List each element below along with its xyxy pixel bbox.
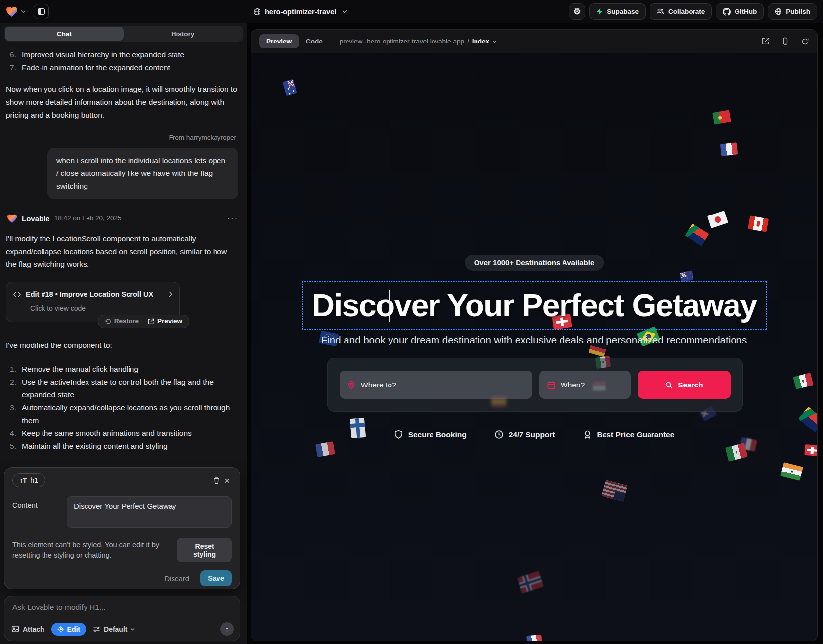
trash-icon	[213, 476, 220, 485]
chat-input-box[interactable]: Attach Edit Default ↑	[4, 596, 240, 641]
list-item: Use the activeIndex state to control bot…	[6, 376, 238, 401]
refresh-button[interactable]	[801, 38, 809, 45]
features-row: Secure Booking 24/7 Support Best Price G…	[251, 430, 817, 439]
chat-input-field[interactable]	[12, 603, 233, 612]
selected-element-outline[interactable]: Discover Your Perfect Getaway	[302, 281, 767, 330]
close-editor-button[interactable]: ×	[222, 474, 232, 487]
collaborate-button[interactable]: Collaborate	[650, 3, 712, 20]
tab-history[interactable]: History	[124, 27, 242, 41]
where-field[interactable]	[340, 371, 532, 399]
search-icon	[665, 381, 673, 389]
save-button[interactable]: Save	[200, 570, 232, 586]
flag-fr-icon	[720, 142, 738, 156]
assistant-name: Lovable	[22, 213, 50, 225]
element-tag-label: h1	[30, 476, 38, 484]
location-pin-icon	[347, 381, 356, 389]
attach-image-icon	[11, 625, 19, 633]
send-message-button[interactable]: ↑	[220, 622, 234, 636]
tab-code[interactable]: Code	[306, 38, 323, 45]
website-preview[interactable]: Over 1000+ Destinations Available Discov…	[251, 53, 817, 641]
assistant-paragraph: Now when you click on a location image, …	[6, 83, 238, 122]
sliders-icon	[93, 626, 100, 633]
github-button[interactable]: GitHub	[716, 3, 764, 20]
flag-mx-icon	[725, 443, 748, 462]
preview-toolbar: Preview Code preview--hero-optimizer-tra…	[251, 30, 817, 53]
assistant-list-changes: Remove the manual click handlingUse the …	[6, 363, 238, 453]
supabase-button[interactable]: Supabase	[589, 3, 646, 20]
restore-button[interactable]: Restore	[105, 316, 139, 327]
flag-mx-icon	[793, 373, 813, 389]
code-icon	[13, 291, 21, 298]
top-bar: hero-optimizer-travel ⚙ Supabase Collabo…	[0, 0, 823, 23]
list-item: Remove the manual click handling	[6, 363, 238, 376]
where-input[interactable]	[361, 381, 525, 389]
tab-chat[interactable]: Chat	[5, 27, 124, 41]
phone-icon	[781, 37, 789, 45]
mode-selector[interactable]: Default	[93, 625, 135, 633]
sidebar-tabs: Chat History	[4, 26, 243, 42]
project-name: hero-optimizer-travel	[265, 8, 336, 16]
view-code-link[interactable]: Click to view code	[30, 303, 173, 315]
when-field[interactable]	[539, 371, 631, 399]
logo-chevron-down-icon[interactable]	[21, 10, 26, 13]
open-in-new-tab-button[interactable]	[761, 37, 770, 45]
tab-preview[interactable]: Preview	[259, 34, 299, 48]
search-button[interactable]: Search	[638, 371, 731, 399]
reset-styling-button[interactable]: Reset styling	[177, 538, 232, 562]
preview-button[interactable]: Preview	[148, 316, 182, 327]
preview-url[interactable]: preview--hero-optimizer-travel.lovable.a…	[340, 38, 497, 45]
url-page: index	[472, 38, 489, 45]
list-item: Keep the same smooth animations and tran…	[6, 427, 238, 440]
mobile-view-button[interactable]	[781, 37, 789, 45]
list-item: Maintain all the existing content and st…	[6, 440, 238, 453]
from-label: From harrymckayroper	[6, 132, 236, 144]
edit-card-actions: Restore Preview	[98, 315, 189, 328]
assistant-paragraph: I'll modify the LocationScroll component…	[6, 232, 238, 271]
publish-button[interactable]: Publish	[768, 3, 817, 20]
flag-nz-icon	[679, 270, 693, 282]
calendar-icon	[547, 381, 556, 389]
panel-layout-icon	[38, 8, 45, 15]
edit-code-card[interactable]: Edit #18 • Improve Location Scroll UX Cl…	[6, 282, 180, 322]
feature-support: 24/7 Support	[494, 430, 555, 439]
external-link-icon	[761, 37, 770, 45]
open-preview-icon	[148, 318, 154, 325]
when-input[interactable]	[561, 381, 623, 389]
search-card: Search	[327, 358, 743, 412]
attach-button[interactable]: Attach	[11, 625, 44, 633]
restore-icon	[105, 318, 111, 325]
flag-us-icon	[602, 480, 628, 502]
assistant-paragraph: I've modified the component to:	[6, 339, 238, 352]
lovable-logo-heart-icon[interactable]	[6, 6, 18, 17]
discard-button[interactable]: Discard	[164, 574, 189, 583]
delete-element-button[interactable]	[211, 474, 222, 487]
settings-button[interactable]: ⚙	[569, 3, 585, 20]
flag-au-icon	[282, 79, 297, 96]
feature-secure-booking: Secure Booking	[394, 430, 467, 439]
content-textarea[interactable]: Discover Your Perfect Getaway	[67, 496, 232, 528]
message-menu-button[interactable]: ···	[227, 212, 238, 225]
globe-icon	[253, 8, 261, 16]
destinations-badge: Over 1000+ Destinations Available	[465, 255, 604, 271]
text-caret	[389, 290, 390, 322]
url-host: preview--hero-optimizer-travel.lovable.a…	[340, 38, 464, 45]
preview-panel: Preview Code preview--hero-optimizer-tra…	[251, 29, 818, 641]
clock-icon	[494, 430, 504, 439]
element-tag-badge: TT h1	[12, 473, 45, 487]
editor-note: This element can't be styled. You can ed…	[12, 540, 171, 560]
publish-globe-icon	[775, 8, 782, 15]
sidebar-toggle-button[interactable]	[34, 4, 49, 19]
hero-heading[interactable]: Discover Your Perfect Getaway	[312, 287, 757, 324]
user-message-bubble: when i scroll into the individual locati…	[47, 148, 238, 199]
flag-ca-icon	[748, 215, 769, 232]
element-editor-panel: TT h1 × Content Discover Your Perfect Ge…	[4, 467, 240, 589]
flag-fr-icon	[315, 441, 335, 457]
project-switcher[interactable]: hero-optimizer-travel	[253, 0, 347, 23]
edit-mode-pill[interactable]: Edit	[51, 623, 86, 636]
hero-subheading: Find and book your dream destination wit…	[251, 334, 817, 346]
chat-messages[interactable]: Improved visual hierarchy in the expande…	[0, 42, 247, 453]
mode-chevron-down-icon	[130, 628, 135, 631]
flag-in-icon	[780, 462, 803, 481]
github-icon	[723, 8, 731, 16]
edit-card-title: Edit #18 • Improve Location Scroll UX	[26, 288, 153, 300]
